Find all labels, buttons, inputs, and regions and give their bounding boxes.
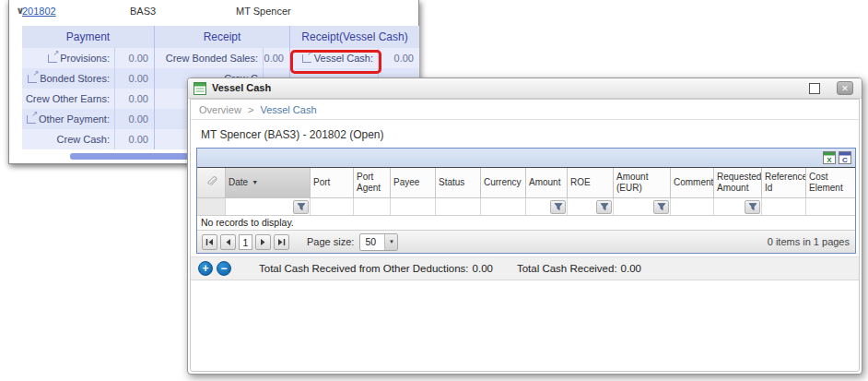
value-cell: 0.00 [115,68,154,89]
totals-bar: + − Total Cash Received from Other Deduc… [191,256,859,280]
filter-cell-roe [568,198,614,215]
maximize-button[interactable] [809,83,820,94]
crew-other-earns-label: Crew Other Earns: [22,89,115,109]
other-payment-label[interactable]: ↗Other Payment: [22,109,115,129]
close-button[interactable]: ✕ [837,81,853,95]
pager-current-page[interactable]: 1 [239,234,252,250]
column-header-amount[interactable]: Amount [526,168,568,197]
breadcrumb-current[interactable]: Vessel Cash [260,104,316,115]
column-label: Currency [484,177,522,189]
pager-last-button[interactable] [274,234,289,250]
total-deductions-label: Total Cash Received from Other Deduction… [259,263,469,274]
column-header-amount-eur[interactable]: Amount (EUR) [614,168,671,197]
value-cell: 0.00 [115,48,154,68]
page-title: MT Spencer (BAS3) - 201802 (Open) [191,120,859,148]
bonded-stores-label[interactable]: ↗Bonded Stores: [22,68,115,89]
filter-cell-payee [391,198,436,215]
total-received-label: Total Cash Received: [517,263,617,274]
vessel-cash-grid: X C Date▼PortPort AgentPayeeStatusCurren… [196,148,856,254]
form-icon [194,82,206,99]
grid-toolbar: X C [197,149,855,167]
column-label: Amount (EUR) [616,172,667,195]
dropdown-arrow-icon: ▼ [384,234,397,250]
value-cell: 0.00 [264,48,289,68]
panel-group-payment: Payment↗Provisions:0.00↗Bonded Stores:0.… [22,26,154,149]
grid-header-row: Date▼PortPort AgentPayeeStatusCurrencyAm… [197,167,855,198]
grid-pager: 1 Page size: 50 ▼ 0 items in 1 pages [197,231,855,253]
column-header-comments[interactable]: Comments [671,168,714,197]
filter-cell-reference-id [762,198,806,215]
column-header-roe[interactable]: ROE [568,168,614,197]
column-label: ROE [570,177,591,189]
value-cell: 0.00 [115,129,154,149]
value-cell: 0.00 [379,48,419,68]
pager-prev-button[interactable] [220,234,236,250]
pager-summary: 0 items in 1 pages [768,236,850,247]
value-cell: 0.00 [115,89,154,109]
page-size-label: Page size: [307,236,354,247]
external-link-icon: ↗ [48,54,57,63]
period-link[interactable]: 201802 [22,6,56,17]
export-excel-icon[interactable]: X [823,151,836,164]
filter-funnel-icon[interactable] [596,200,612,214]
paperclip-icon [205,175,217,191]
svg-text:C: C [842,156,848,164]
column-header-status[interactable]: Status [436,168,481,197]
column-header-reference-id[interactable]: Reference Id [762,168,806,197]
column-header-date[interactable]: Date▼ [226,168,311,197]
breadcrumb-overview[interactable]: Overview [199,104,241,115]
page: ∨ 201802 BAS3 MT Spencer Payment↗Provisi… [0,0,868,381]
column-label: Payee [393,177,419,189]
column-label: Comments [674,177,714,189]
svg-text:X: X [827,156,832,164]
page-size-dropdown[interactable]: 50 ▼ [359,233,398,251]
external-link-icon: ↗ [28,75,37,83]
column-label: Port Agent [357,172,387,195]
column-header-cost-element[interactable]: Cost Element [806,168,855,197]
column-label: Port [313,177,330,189]
column-label: Cost Element [809,172,852,195]
pager-first-button[interactable] [202,234,217,250]
filter-funnel-icon[interactable] [293,200,309,214]
breadcrumb: Overview > Vessel Cash [191,100,859,120]
total-received: Total Cash Received:0.00 [517,263,641,274]
period-row: ∨ 201802 BAS3 MT Spencer [9,0,418,24]
provisions-label[interactable]: ↗Provisions: [22,48,115,68]
export-csv-icon[interactable]: C [839,151,851,164]
column-header-payee[interactable]: Payee [391,168,436,197]
pager-next-button[interactable] [255,234,271,250]
column-header-currency[interactable]: Currency [481,168,526,197]
external-link-icon: ↗ [27,115,36,124]
expand-all-icon[interactable]: + [198,261,213,276]
filter-cell-attachment [197,198,226,215]
column-label: Requested Amount [717,172,761,195]
vessel-cash-dialog: Vessel Cash ✕ Overview > Vessel Cash MT … [187,77,862,375]
filter-funnel-icon[interactable] [653,200,669,214]
column-label: Date [229,177,248,189]
filter-cell-cost-element [806,198,855,215]
panel-group-title: Receipt [155,26,289,48]
vessel-name: MT Spencer [236,6,291,17]
column-header-port[interactable]: Port [311,168,354,197]
value-cell: 0.00 [115,109,154,129]
filter-cell-port [311,198,354,215]
column-header-attachment[interactable] [197,168,226,197]
collapse-all-icon[interactable]: − [217,261,231,276]
total-deductions-value: 0.00 [473,263,493,274]
column-header-requested-amount[interactable]: Requested Amount [714,168,762,197]
grid-filter-row [197,198,855,216]
filter-funnel-icon[interactable] [550,200,566,214]
filter-cell-amount [526,198,568,215]
filter-cell-date [226,198,311,215]
filter-funnel-icon[interactable] [745,200,760,214]
total-received-value: 0.00 [621,263,641,274]
sort-desc-icon: ▼ [252,179,258,187]
filter-cell-comments [671,198,714,215]
filter-cell-port-agent [354,198,391,215]
dialog-titlebar: Vessel Cash ✕ [188,78,862,99]
column-header-port-agent[interactable]: Port Agent [354,168,391,197]
total-deductions: Total Cash Received from Other Deduction… [259,263,493,274]
page-size-value: 50 [360,236,384,247]
column-label: Amount [529,177,560,189]
dialog-title: Vessel Cash [212,82,271,93]
